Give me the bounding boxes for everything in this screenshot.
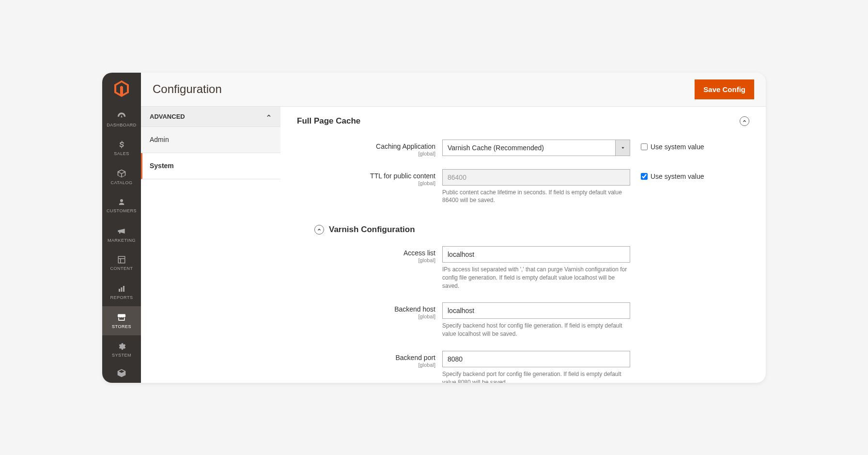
tab-group-advanced[interactable]: ADVANCED xyxy=(141,107,280,127)
app-window: DASHBOARD SALES CATALOG CUSTOMERS MARKET xyxy=(102,73,766,383)
sidebar-item-label: MARKETING xyxy=(108,238,136,243)
field-caching-application: Caching Application [global] Varnish Cac… xyxy=(297,140,749,157)
sidebar-item-customers[interactable]: CUSTOMERS xyxy=(102,191,141,220)
magento-logo-icon xyxy=(102,73,141,105)
tab-label: System xyxy=(150,162,174,170)
field-label: Backend port xyxy=(297,354,435,361)
sidebar-item-label: SALES xyxy=(114,151,129,156)
storefront-icon xyxy=(117,313,126,322)
save-config-button[interactable]: Save Config xyxy=(695,79,754,99)
collapse-toggle[interactable] xyxy=(314,225,324,235)
section-title: Full Page Cache xyxy=(297,116,360,126)
collapse-toggle[interactable] xyxy=(740,116,749,126)
sidebar-item-stores[interactable]: STORES xyxy=(102,306,141,335)
svg-rect-4 xyxy=(121,287,123,292)
backend-port-input[interactable] xyxy=(442,351,630,367)
gauge-icon xyxy=(117,111,126,121)
subsection-title: Varnish Configuration xyxy=(329,225,415,235)
tab-system[interactable]: System xyxy=(141,153,280,179)
sidebar-item-marketing[interactable]: MARKETING xyxy=(102,220,141,249)
config-tabs-panel: ADVANCED Admin System xyxy=(141,107,280,383)
ttl-input[interactable] xyxy=(442,169,630,186)
layout-icon xyxy=(117,255,126,264)
field-help: Specify backend port for config file gen… xyxy=(442,370,630,382)
sidebar-item-system[interactable]: SYSTEM xyxy=(102,335,141,364)
access-list-input[interactable] xyxy=(442,246,630,263)
chevron-up-icon xyxy=(317,227,322,232)
sidebar: DASHBOARD SALES CATALOG CUSTOMERS MARKET xyxy=(102,73,141,383)
sidebar-item-label: DASHBOARD xyxy=(107,123,137,127)
field-backend-port: Backend port [global] Specify backend po… xyxy=(297,351,749,382)
field-ttl: TTL for public content [global] Public c… xyxy=(297,169,749,214)
page-title: Configuration xyxy=(153,82,222,96)
section-header-full-page-cache[interactable]: Full Page Cache xyxy=(297,116,749,126)
box-icon xyxy=(117,169,126,178)
select-value: Varnish Cache (Recommended) xyxy=(443,140,615,156)
sidebar-item-catalog[interactable]: CATALOG xyxy=(102,162,141,191)
use-system-value-checkbox[interactable] xyxy=(641,173,648,180)
field-label: Access list xyxy=(297,249,435,257)
body-row: ADVANCED Admin System Full Page Cache xyxy=(141,107,766,383)
page-header: Configuration Save Config xyxy=(141,73,766,107)
sidebar-item-dashboard[interactable]: DASHBOARD xyxy=(102,105,141,134)
sidebar-item-label: SYSTEM xyxy=(112,353,131,358)
field-help: IPs access list separated with ',' that … xyxy=(442,266,630,290)
svg-rect-5 xyxy=(123,286,124,292)
svg-rect-0 xyxy=(118,257,125,264)
caching-application-select[interactable]: Varnish Cache (Recommended) xyxy=(442,140,630,156)
tab-label: Admin xyxy=(150,136,169,143)
field-label: TTL for public content xyxy=(297,172,435,180)
sidebar-item-label: STORES xyxy=(112,324,131,329)
sidebar-item-reports[interactable]: REPORTS xyxy=(102,278,141,306)
main-content: Configuration Save Config ADVANCED Admin… xyxy=(141,73,766,383)
gear-icon xyxy=(117,342,126,351)
bars-icon xyxy=(117,284,126,293)
field-label: Caching Application xyxy=(297,142,435,150)
field-scope: [global] xyxy=(297,151,435,157)
field-scope: [global] xyxy=(297,362,435,368)
field-scope: [global] xyxy=(297,257,435,263)
tab-admin[interactable]: Admin xyxy=(141,127,280,153)
puzzle-icon xyxy=(117,368,126,378)
form-area: Full Page Cache Caching Application [glo… xyxy=(280,107,766,383)
chevron-up-icon xyxy=(266,113,272,120)
svg-marker-6 xyxy=(621,147,624,148)
chevron-up-icon xyxy=(742,119,747,124)
backend-host-input[interactable] xyxy=(442,302,630,319)
dollar-icon xyxy=(117,141,126,149)
field-label: Backend host xyxy=(297,305,435,313)
use-system-value-label: Use system value xyxy=(651,173,704,180)
field-scope: [global] xyxy=(297,180,435,186)
subsection-header-varnish[interactable]: Varnish Configuration xyxy=(314,225,749,235)
use-system-value-checkbox[interactable] xyxy=(641,143,648,150)
field-help: Public content cache lifetime in seconds… xyxy=(442,188,630,205)
use-system-value-label: Use system value xyxy=(651,143,704,151)
field-help: Specify backend host for config file gen… xyxy=(442,322,630,338)
megaphone-icon xyxy=(117,226,126,236)
sidebar-item-sales[interactable]: SALES xyxy=(102,134,141,162)
sidebar-item-label: REPORTS xyxy=(110,295,133,300)
tab-group-label: ADVANCED xyxy=(150,113,185,120)
person-icon xyxy=(117,198,126,206)
field-backend-host: Backend host [global] Specify backend ho… xyxy=(297,302,749,347)
caret-down-icon xyxy=(615,140,630,156)
field-scope: [global] xyxy=(297,314,435,319)
sidebar-item-content[interactable]: CONTENT xyxy=(102,249,141,278)
sidebar-item-label: CATALOG xyxy=(110,180,132,185)
sidebar-item-label: CUSTOMERS xyxy=(107,208,137,213)
sidebar-item-extensions[interactable] xyxy=(102,364,141,382)
svg-rect-3 xyxy=(119,289,120,292)
sidebar-item-label: CONTENT xyxy=(110,266,133,271)
field-access-list: Access list [global] IPs access list sep… xyxy=(297,246,749,298)
